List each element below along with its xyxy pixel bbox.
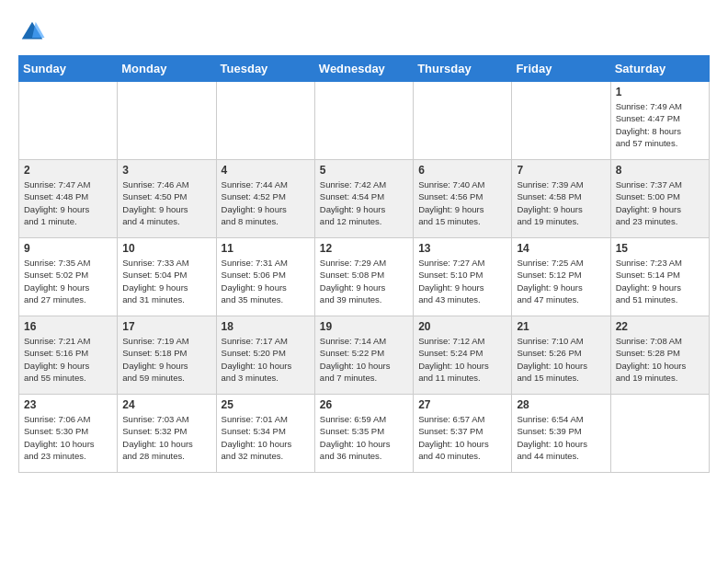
- calendar-cell: 2Sunrise: 7:47 AM Sunset: 4:48 PM Daylig…: [19, 160, 118, 238]
- day-number: 27: [418, 398, 506, 411]
- calendar-cell: 23Sunrise: 7:06 AM Sunset: 5:30 PM Dayli…: [19, 395, 118, 473]
- calendar-week-row: 16Sunrise: 7:21 AM Sunset: 5:16 PM Dayli…: [19, 316, 710, 395]
- calendar-cell: 5Sunrise: 7:42 AM Sunset: 4:54 PM Daylig…: [314, 160, 413, 238]
- calendar-cell: 11Sunrise: 7:31 AM Sunset: 5:06 PM Dayli…: [216, 238, 314, 316]
- calendar-cell: 15Sunrise: 7:23 AM Sunset: 5:14 PM Dayli…: [610, 238, 709, 316]
- calendar-cell: 10Sunrise: 7:33 AM Sunset: 5:04 PM Dayli…: [118, 238, 216, 316]
- day-number: 28: [517, 398, 605, 411]
- day-info: Sunrise: 7:37 AM Sunset: 5:00 PM Dayligh…: [616, 178, 704, 227]
- day-number: 20: [418, 320, 506, 333]
- day-number: 12: [320, 242, 408, 255]
- day-number: 11: [222, 242, 310, 255]
- calendar-cell: [314, 82, 413, 160]
- calendar-cell: [610, 395, 709, 473]
- day-number: 16: [24, 320, 112, 333]
- weekday-header: Sunday: [19, 56, 118, 82]
- day-info: Sunrise: 7:46 AM Sunset: 4:50 PM Dayligh…: [122, 178, 210, 227]
- calendar-cell: 22Sunrise: 7:08 AM Sunset: 5:28 PM Dayli…: [610, 316, 709, 395]
- calendar-cell: 4Sunrise: 7:44 AM Sunset: 4:52 PM Daylig…: [216, 160, 314, 238]
- calendar-cell: [216, 82, 314, 160]
- day-info: Sunrise: 7:17 AM Sunset: 5:20 PM Dayligh…: [222, 335, 310, 384]
- day-info: Sunrise: 7:01 AM Sunset: 5:34 PM Dayligh…: [222, 413, 310, 462]
- day-info: Sunrise: 7:40 AM Sunset: 4:56 PM Dayligh…: [418, 178, 506, 227]
- calendar-week-row: 1Sunrise: 7:49 AM Sunset: 4:47 PM Daylig…: [19, 82, 710, 160]
- day-info: Sunrise: 6:57 AM Sunset: 5:37 PM Dayligh…: [418, 413, 506, 462]
- day-info: Sunrise: 7:35 AM Sunset: 5:02 PM Dayligh…: [24, 257, 112, 305]
- day-info: Sunrise: 7:29 AM Sunset: 5:08 PM Dayligh…: [320, 257, 408, 305]
- logo-icon: [18, 18, 46, 46]
- day-info: Sunrise: 7:42 AM Sunset: 4:54 PM Dayligh…: [320, 178, 408, 227]
- day-info: Sunrise: 7:21 AM Sunset: 5:16 PM Dayligh…: [24, 335, 112, 384]
- calendar-cell: 26Sunrise: 6:59 AM Sunset: 5:35 PM Dayli…: [314, 395, 413, 473]
- logo: [18, 18, 50, 46]
- calendar-cell: 8Sunrise: 7:37 AM Sunset: 5:00 PM Daylig…: [610, 160, 709, 238]
- day-info: Sunrise: 7:33 AM Sunset: 5:04 PM Dayligh…: [122, 257, 210, 305]
- day-info: Sunrise: 7:31 AM Sunset: 5:06 PM Dayligh…: [222, 257, 310, 305]
- calendar-cell: 20Sunrise: 7:12 AM Sunset: 5:24 PM Dayli…: [414, 316, 512, 395]
- day-number: 26: [320, 398, 408, 411]
- weekday-header-row: SundayMondayTuesdayWednesdayThursdayFrid…: [19, 56, 710, 82]
- day-number: 2: [24, 164, 112, 177]
- calendar-cell: 24Sunrise: 7:03 AM Sunset: 5:32 PM Dayli…: [118, 395, 216, 473]
- day-info: Sunrise: 7:44 AM Sunset: 4:52 PM Dayligh…: [222, 178, 310, 227]
- day-info: Sunrise: 7:08 AM Sunset: 5:28 PM Dayligh…: [616, 335, 704, 384]
- calendar-cell: 21Sunrise: 7:10 AM Sunset: 5:26 PM Dayli…: [512, 316, 610, 395]
- calendar-cell: 14Sunrise: 7:25 AM Sunset: 5:12 PM Dayli…: [512, 238, 610, 316]
- day-info: Sunrise: 7:12 AM Sunset: 5:24 PM Dayligh…: [418, 335, 506, 384]
- calendar-cell: 16Sunrise: 7:21 AM Sunset: 5:16 PM Dayli…: [19, 316, 118, 395]
- day-info: Sunrise: 7:25 AM Sunset: 5:12 PM Dayligh…: [517, 257, 605, 305]
- day-number: 10: [122, 242, 210, 255]
- calendar-cell: 27Sunrise: 6:57 AM Sunset: 5:37 PM Dayli…: [414, 395, 512, 473]
- day-info: Sunrise: 7:47 AM Sunset: 4:48 PM Dayligh…: [24, 178, 112, 227]
- day-info: Sunrise: 7:14 AM Sunset: 5:22 PM Dayligh…: [320, 335, 408, 384]
- day-info: Sunrise: 7:19 AM Sunset: 5:18 PM Dayligh…: [122, 335, 210, 384]
- day-number: 19: [320, 320, 408, 333]
- day-number: 21: [517, 320, 605, 333]
- day-info: Sunrise: 6:54 AM Sunset: 5:39 PM Dayligh…: [517, 413, 605, 462]
- day-info: Sunrise: 7:27 AM Sunset: 5:10 PM Dayligh…: [418, 257, 506, 305]
- calendar-cell: [118, 82, 216, 160]
- day-number: 6: [418, 164, 506, 177]
- weekday-header: Monday: [118, 56, 216, 82]
- day-number: 4: [222, 164, 310, 177]
- weekday-header: Friday: [512, 56, 610, 82]
- day-info: Sunrise: 7:39 AM Sunset: 4:58 PM Dayligh…: [517, 178, 605, 227]
- calendar-week-row: 2Sunrise: 7:47 AM Sunset: 4:48 PM Daylig…: [19, 160, 710, 238]
- weekday-header: Tuesday: [216, 56, 314, 82]
- calendar-week-row: 23Sunrise: 7:06 AM Sunset: 5:30 PM Dayli…: [19, 395, 710, 473]
- day-number: 9: [24, 242, 112, 255]
- calendar-cell: 7Sunrise: 7:39 AM Sunset: 4:58 PM Daylig…: [512, 160, 610, 238]
- day-number: 1: [616, 86, 704, 98]
- calendar-cell: 1Sunrise: 7:49 AM Sunset: 4:47 PM Daylig…: [610, 82, 709, 160]
- day-info: Sunrise: 6:59 AM Sunset: 5:35 PM Dayligh…: [320, 413, 408, 462]
- svg-marker-1: [32, 22, 45, 38]
- day-info: Sunrise: 7:03 AM Sunset: 5:32 PM Dayligh…: [122, 413, 210, 462]
- calendar-cell: 17Sunrise: 7:19 AM Sunset: 5:18 PM Dayli…: [118, 316, 216, 395]
- calendar-week-row: 9Sunrise: 7:35 AM Sunset: 5:02 PM Daylig…: [19, 238, 710, 316]
- day-number: 18: [222, 320, 310, 333]
- day-info: Sunrise: 7:23 AM Sunset: 5:14 PM Dayligh…: [616, 257, 704, 305]
- calendar-cell: 12Sunrise: 7:29 AM Sunset: 5:08 PM Dayli…: [314, 238, 413, 316]
- day-number: 13: [418, 242, 506, 255]
- calendar-cell: 18Sunrise: 7:17 AM Sunset: 5:20 PM Dayli…: [216, 316, 314, 395]
- day-number: 3: [122, 164, 210, 177]
- weekday-header: Thursday: [414, 56, 512, 82]
- calendar-cell: [414, 82, 512, 160]
- calendar-cell: 9Sunrise: 7:35 AM Sunset: 5:02 PM Daylig…: [19, 238, 118, 316]
- weekday-header: Wednesday: [314, 56, 413, 82]
- day-number: 15: [616, 242, 704, 255]
- day-info: Sunrise: 7:49 AM Sunset: 4:47 PM Dayligh…: [616, 100, 704, 149]
- day-number: 22: [616, 320, 704, 333]
- calendar-cell: 6Sunrise: 7:40 AM Sunset: 4:56 PM Daylig…: [414, 160, 512, 238]
- day-number: 8: [616, 164, 704, 177]
- calendar: SundayMondayTuesdayWednesdayThursdayFrid…: [18, 55, 710, 473]
- day-number: 7: [517, 164, 605, 177]
- day-info: Sunrise: 7:10 AM Sunset: 5:26 PM Dayligh…: [517, 335, 605, 384]
- day-number: 25: [222, 398, 310, 411]
- calendar-cell: [19, 82, 118, 160]
- weekday-header: Saturday: [610, 56, 709, 82]
- day-number: 24: [122, 398, 210, 411]
- calendar-cell: [512, 82, 610, 160]
- day-number: 23: [24, 398, 112, 411]
- calendar-cell: 13Sunrise: 7:27 AM Sunset: 5:10 PM Dayli…: [414, 238, 512, 316]
